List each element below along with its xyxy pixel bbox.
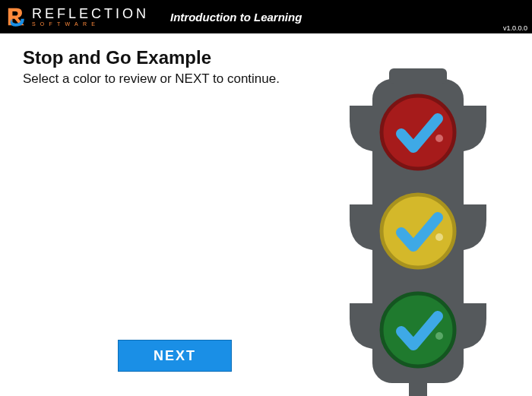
svg-point-3 xyxy=(435,233,443,241)
traffic-light-pole xyxy=(409,383,427,396)
page-content: Stop and Go Example Select a color to re… xyxy=(0,33,532,396)
svg-point-2 xyxy=(382,195,454,268)
traffic-light-cap xyxy=(389,68,447,84)
traffic-light xyxy=(319,33,517,396)
app-header: REFLECTION SOFTWARE Introduction to Lear… xyxy=(0,0,532,33)
svg-point-4 xyxy=(382,293,454,366)
course-title: Introduction to Learning xyxy=(170,11,302,24)
logo-sub-text: SOFTWARE xyxy=(32,21,149,27)
next-button[interactable]: NEXT xyxy=(118,340,232,372)
svg-point-0 xyxy=(382,96,454,169)
traffic-light-red[interactable] xyxy=(382,96,454,169)
svg-point-1 xyxy=(435,135,443,142)
traffic-light-green[interactable] xyxy=(382,293,454,366)
logo-text: REFLECTION SOFTWARE xyxy=(32,7,149,27)
svg-point-5 xyxy=(435,332,443,340)
logo-icon xyxy=(6,6,27,27)
traffic-light-yellow[interactable] xyxy=(382,195,454,268)
version-label: v1.0.0.0 xyxy=(503,24,527,32)
brand-logo: REFLECTION SOFTWARE xyxy=(6,6,149,27)
logo-main-text: REFLECTION xyxy=(32,7,149,21)
